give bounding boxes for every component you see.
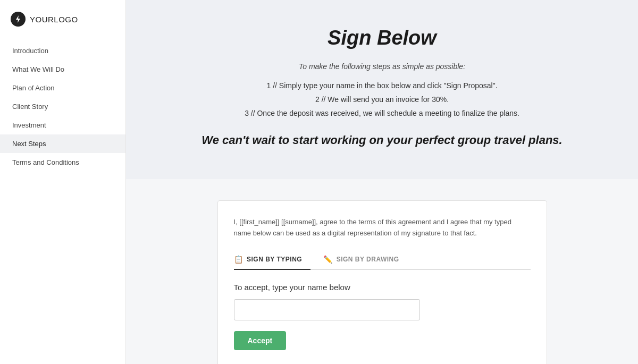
sign-section: I, [[first_name]] [[surname]], agree to …: [126, 179, 638, 364]
logo: YOURLOGO: [0, 0, 125, 41]
tab-sign-by-drawing[interactable]: ✏️ SIGN BY DRAWING: [323, 251, 407, 270]
sidebar-item-introduction[interactable]: Introduction: [0, 41, 125, 60]
book-icon: 📋: [234, 255, 244, 264]
step-3: 3 // Once the deposit was received, we w…: [158, 109, 606, 117]
sidebar-item-next-steps[interactable]: Next Steps: [0, 134, 125, 153]
sidebar-item-plan-of-action[interactable]: Plan of Action: [0, 79, 125, 97]
tab-typing-label: SIGN BY TYPING: [247, 256, 302, 263]
hero-section: Sign Below To make the following steps a…: [126, 0, 638, 179]
hero-subtitle: To make the following steps as simple as…: [158, 62, 606, 71]
sidebar-item-what-we-will-do[interactable]: What We Will Do: [0, 60, 125, 79]
sign-tabs: 📋 SIGN BY TYPING ✏️ SIGN BY DRAWING: [234, 251, 531, 270]
accept-label: To accept, type your name below: [234, 283, 531, 292]
nav-menu: Introduction What We Will Do Plan of Act…: [0, 41, 125, 172]
pen-icon: ✏️: [323, 255, 333, 264]
page-title: Sign Below: [158, 27, 606, 49]
logo-text: YOURLOGO: [30, 15, 78, 24]
sidebar-item-terms-conditions[interactable]: Terms and Conditions: [0, 153, 125, 172]
sidebar-item-investment[interactable]: Investment: [0, 116, 125, 134]
accept-button[interactable]: Accept: [234, 331, 287, 350]
main-content: Sign Below To make the following steps a…: [126, 0, 638, 364]
hero-tagline: We can't wait to start working on your p…: [158, 133, 606, 147]
sign-card: I, [[first_name]] [[surname]], agree to …: [217, 200, 547, 364]
tab-sign-by-typing[interactable]: 📋 SIGN BY TYPING: [234, 251, 311, 270]
svg-marker-0: [16, 15, 20, 23]
logo-icon: [11, 12, 26, 27]
sidebar-item-client-story[interactable]: Client Story: [0, 97, 125, 116]
agreement-text: I, [[first_name]] [[surname]], agree to …: [234, 217, 531, 239]
hero-steps: 1 // Simply type your name in the box be…: [158, 81, 606, 117]
step-1: 1 // Simply type your name in the box be…: [158, 81, 606, 90]
step-2: 2 // We will send you an invoice for 30%…: [158, 95, 606, 104]
name-input[interactable]: [234, 299, 420, 320]
sidebar: YOURLOGO Introduction What We Will Do Pl…: [0, 0, 126, 364]
tab-drawing-label: SIGN BY DRAWING: [337, 256, 399, 263]
